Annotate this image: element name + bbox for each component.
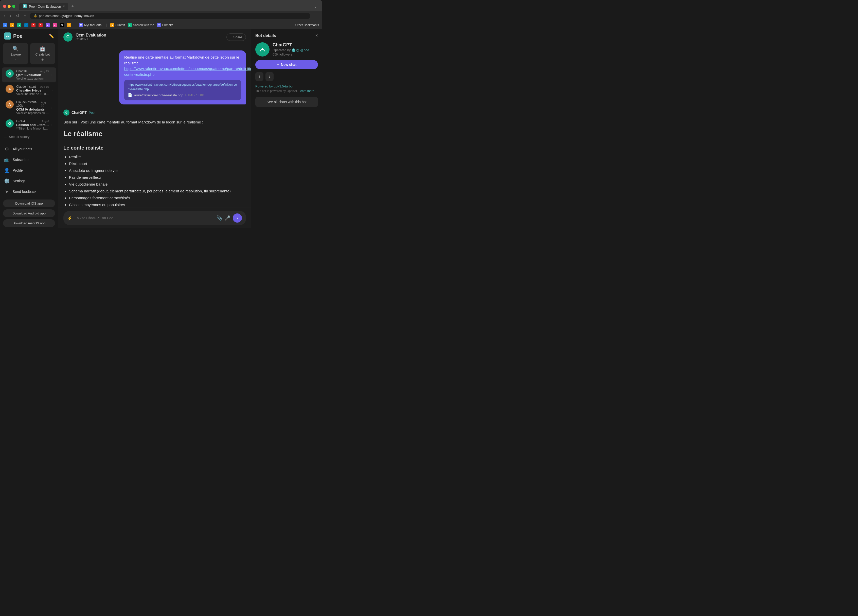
subscribe-item[interactable]: 📺 Subscribe [0, 154, 58, 165]
tab-close-btn[interactable]: × [63, 5, 65, 8]
bookmark-r2[interactable]: R [39, 23, 43, 27]
primary-label: Primary [162, 23, 173, 27]
chat-item-qcm-ia[interactable]: A Claude-instant-100k Aug 10 QCM IA débu… [2, 98, 56, 117]
bookmarks-bar: ● ● ● in R R ● ● 𝕏 K! | M MyS [0, 21, 322, 29]
bd-learn-more[interactable]: Learn more [299, 89, 314, 93]
see-all-history-btn[interactable]: ··· See all history [0, 133, 58, 141]
send-icon: › [236, 216, 238, 220]
send-btn[interactable]: › [233, 213, 242, 223]
see-all-chats-btn[interactable]: See all chats with this bot [255, 97, 318, 107]
mystaffportal-label: MyStaffPortal [84, 23, 103, 27]
section1-list: Réalité Récit court Anecdote ou fragment… [64, 154, 231, 208]
bd-download-icon: ↓ [269, 74, 270, 79]
bd-powered-by: Powered by gpt-3.5-turbo. [255, 84, 293, 88]
bookmark-shared[interactable]: ◆ Shared with me [128, 23, 154, 27]
profile-item[interactable]: 👤 Profile [0, 165, 58, 176]
mystaffportal-icon: M [79, 23, 83, 27]
chat-item-qcm-evaluation[interactable]: G ChatGPT Aug 15 Qcm Evaluation Voici le… [2, 67, 56, 82]
all-your-bots-item[interactable]: ⚙ All your bots [0, 144, 58, 154]
forward-btn[interactable]: › [9, 13, 12, 19]
user-message-text: Réalise une carte mentale au format Mark… [124, 54, 241, 77]
bookmark-4[interactable]: ● [46, 23, 50, 27]
attachment-icon[interactable]: 📎 [216, 215, 222, 221]
bd-new-chat-btn[interactable]: + New chat [255, 60, 318, 69]
bot-name-label: ChatGPT [72, 110, 87, 115]
subscribe-icon: 📺 [4, 157, 9, 163]
bolt-icon[interactable]: ⚡ [67, 216, 73, 220]
create-plus-icon: + [41, 57, 44, 62]
chat-item-chevalier[interactable]: A Claude-instant Aug 15 Chevalier Héros … [2, 83, 56, 98]
fullscreen-window-btn[interactable] [12, 5, 15, 8]
bd-avatar [255, 42, 269, 56]
send-feedback-item[interactable]: ➤ Send feedback [0, 186, 58, 197]
svg-point-2 [262, 48, 263, 50]
create-bot-btn[interactable]: 🤖 Create bot + [30, 43, 55, 64]
bot-avatar-sm: G [64, 110, 70, 116]
poe-logo-icon [4, 33, 11, 40]
edit-icon[interactable]: ✏️ [49, 34, 54, 39]
bd-share-icon-btn[interactable]: ↑ [255, 72, 263, 81]
chat-item-passion[interactable]: G GPT-4 Aug 6 Passion and Literature **T… [2, 117, 56, 132]
see-all-history-label: See all history [9, 135, 30, 139]
bookmark-submit[interactable]: ▲ Submit [110, 23, 125, 27]
microphone-icon[interactable]: 🎤 [225, 215, 230, 221]
bookmark-3[interactable]: ● [17, 23, 21, 27]
chat-date-2: Aug 15 [40, 85, 49, 88]
active-tab[interactable]: P Poe - Qcm Evaluation × [19, 3, 68, 10]
chat-input-field[interactable] [75, 216, 214, 220]
chat-preview-2: Voici une liste de 10 des plus belles ..… [16, 92, 49, 96]
claude-avatar-2: A [6, 100, 14, 109]
bm-separator-2: | [106, 23, 107, 27]
bot-message: G ChatGPT Poe Bien sûr ! Voici une carte… [64, 110, 231, 208]
bookmark-x[interactable]: 𝕏 [60, 23, 64, 27]
subscribe-label: Subscribe [13, 158, 28, 162]
user-message-link[interactable]: https://www.ralentirtravaux.com/lettres/… [124, 67, 251, 76]
all-your-bots-label: All your bots [13, 147, 32, 151]
chat-header-subtitle: ChatGPT [76, 37, 106, 41]
url-preview-file: 📄 arure/definition-conte-realiste.php HT… [128, 93, 237, 98]
new-tab-btn[interactable]: + [71, 4, 74, 9]
r-icon-2: R [39, 23, 43, 27]
chat-header-left: G Qcm Evaluation ChatGPT [64, 33, 106, 42]
explore-btn[interactable]: 🔍 Explore › [3, 43, 28, 64]
bookmark-r1[interactable]: R [31, 23, 36, 27]
chat-title-block: Qcm Evaluation ChatGPT [76, 33, 106, 41]
realisme-h1: Le réalisme [64, 128, 231, 140]
chat-title-2: Chevalier Héros [16, 88, 49, 92]
chat-bot-name-3: Claude-instant-100k [16, 100, 41, 107]
bd-download-icon-btn[interactable]: ↓ [266, 72, 274, 81]
k-icon: K! [67, 23, 71, 27]
download-ios-btn[interactable]: Download iOS app [3, 200, 55, 207]
share-btn[interactable]: ↑ Share [226, 33, 246, 41]
refresh-btn[interactable]: ↺ [15, 13, 20, 19]
settings-item[interactable]: ⚙️ Settings [0, 176, 58, 186]
close-window-btn[interactable] [3, 5, 6, 8]
download-android-btn[interactable]: Download Android app [3, 209, 55, 217]
chat-header-title: Qcm Evaluation [76, 33, 106, 37]
minimize-window-btn[interactable] [8, 5, 11, 8]
download-macos-btn[interactable]: Download macOS app [3, 219, 55, 227]
bd-operated-row: Operated by P @ @poe [272, 48, 309, 52]
bookmark-linkedin[interactable]: in [24, 23, 28, 27]
window-controls: ⌄ [312, 4, 319, 9]
bm-icon-4: ● [46, 23, 50, 27]
traffic-lights [3, 5, 15, 8]
s1-item-6: Schéma narratif (début, élément perturba… [69, 188, 231, 194]
bookmark-2[interactable]: ● [10, 23, 14, 27]
bm-icon-5: ● [53, 23, 57, 27]
back-btn[interactable]: ‹ [3, 13, 6, 19]
bookmark-other[interactable]: Other Bookmarks [295, 23, 319, 27]
sidebar: Poe ✏️ 🔍 Explore › 🤖 Create bot + G [0, 29, 58, 228]
bookmark-5[interactable]: ● [53, 23, 57, 27]
bookmark-1[interactable]: ● [3, 23, 7, 27]
bot-details-close-btn[interactable]: × [315, 33, 318, 38]
address-bar[interactable]: 🔒 poe.com/chat/2g9qgcs1icomy3m63z5 [30, 13, 310, 19]
bookmark-primary[interactable]: ✉ Primary [157, 23, 173, 27]
submit-icon: ▲ [110, 23, 114, 27]
bookmark-mystaffportal[interactable]: M MyStaffPortal [79, 23, 103, 27]
home-btn[interactable]: ⌂ [23, 13, 27, 19]
claude-avatar-1: A [6, 85, 14, 93]
bookmark-k[interactable]: K! [67, 23, 71, 27]
extensions-area[interactable]: ⋯ [315, 14, 319, 18]
bot-details-header: Bot details × [255, 33, 318, 38]
